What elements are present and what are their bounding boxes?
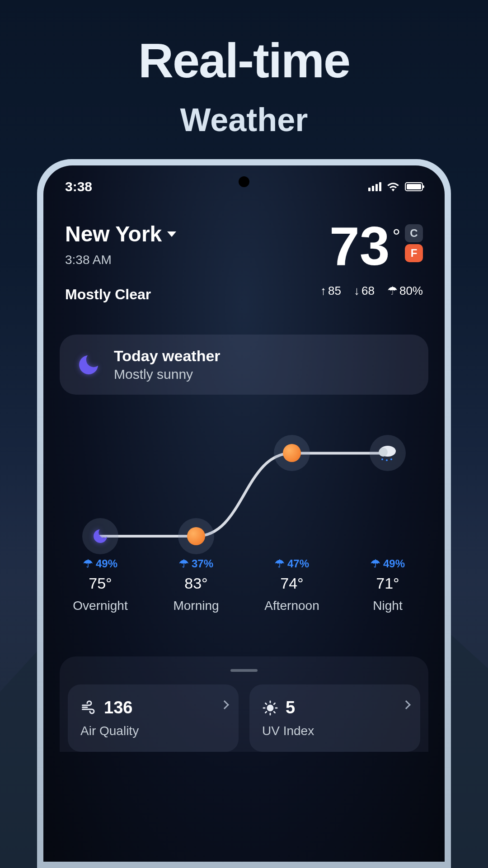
bottom-panel[interactable]: 136 Air Quality 5 UV Index xyxy=(60,656,428,752)
svg-point-3 xyxy=(386,459,388,461)
status-time: 3:38 xyxy=(65,179,92,194)
location-time: 3:38 AM xyxy=(65,253,176,267)
hourly-column[interactable]: 47%74°Afternoon xyxy=(244,557,340,613)
signal-icon xyxy=(368,182,381,191)
celsius-button[interactable]: C xyxy=(405,224,423,242)
hourly-column[interactable]: 49%75°Overnight xyxy=(52,557,148,613)
uv-index-value: 5 xyxy=(286,698,295,717)
hourly-label: Afternoon xyxy=(244,599,340,613)
hourly-precip: 37% xyxy=(148,557,244,570)
location-name: New York xyxy=(65,222,162,246)
fahrenheit-button[interactable]: F xyxy=(405,244,423,262)
hourly-precip: 49% xyxy=(340,557,436,570)
forecast-point xyxy=(82,518,118,554)
chevron-down-icon xyxy=(167,231,176,237)
promo-headline: Real-time Weather xyxy=(0,0,488,138)
temperature-block: 73 ° C F 85 68 80% xyxy=(320,222,423,303)
hourly-temp: 75° xyxy=(52,575,148,592)
umbrella-icon xyxy=(275,557,285,570)
moon-icon xyxy=(76,352,101,377)
unit-toggle: C F xyxy=(405,224,423,262)
status-icons xyxy=(368,182,423,192)
air-quality-tile[interactable]: 136 Air Quality xyxy=(68,684,239,752)
hourly-label: Morning xyxy=(148,599,244,613)
hourly-column[interactable]: 49%71°Night xyxy=(340,557,436,613)
today-desc: Mostly sunny xyxy=(114,367,221,382)
precip-chance: 80% xyxy=(387,284,423,298)
hourly-forecast[interactable]: 49%75°Overnight37%83°Morning47%74°Aftern… xyxy=(52,426,436,613)
forecast-point xyxy=(178,518,214,554)
phone-frame: 3:38 New York 3:38 AM Mostly xyxy=(37,159,451,868)
umbrella-icon xyxy=(371,557,380,570)
forecast-point xyxy=(274,435,310,471)
sun-icon xyxy=(262,700,278,716)
hourly-precip: 49% xyxy=(52,557,148,570)
chevron-right-icon xyxy=(403,702,409,710)
hourly-label: Night xyxy=(340,599,436,613)
today-title: Today weather xyxy=(114,347,221,365)
air-quality-label: Air Quality xyxy=(80,724,226,738)
drag-handle[interactable] xyxy=(230,669,258,672)
weather-header: New York 3:38 AM Mostly Clear 73 ° C F 8… xyxy=(43,194,445,303)
svg-point-5 xyxy=(267,705,273,711)
degree-symbol: ° xyxy=(392,225,400,248)
low-temp: 68 xyxy=(354,284,375,298)
hourly-precip: 47% xyxy=(244,557,340,570)
umbrella-icon xyxy=(387,284,398,298)
uv-index-label: UV Index xyxy=(262,724,408,738)
arrow-down-icon xyxy=(354,284,360,298)
wifi-icon xyxy=(387,182,399,192)
svg-point-2 xyxy=(381,458,383,460)
umbrella-icon xyxy=(83,557,93,570)
air-quality-value: 136 xyxy=(104,698,132,717)
location-selector[interactable]: New York xyxy=(65,222,176,246)
headline-main: Real-time xyxy=(0,36,488,85)
hourly-column[interactable]: 37%83°Morning xyxy=(148,557,244,613)
headline-sub: Weather xyxy=(0,101,488,138)
uv-index-tile[interactable]: 5 UV Index xyxy=(249,684,420,752)
umbrella-icon xyxy=(179,557,189,570)
today-weather-card[interactable]: Today weather Mostly sunny xyxy=(60,335,428,395)
hourly-label: Overnight xyxy=(52,599,148,613)
hourly-temp: 74° xyxy=(244,575,340,592)
hourly-temp: 83° xyxy=(148,575,244,592)
location-block: New York 3:38 AM Mostly Clear xyxy=(65,222,176,303)
hourly-temp: 71° xyxy=(340,575,436,592)
svg-point-1 xyxy=(379,448,388,457)
chevron-right-icon xyxy=(221,702,228,710)
wind-icon xyxy=(80,700,97,716)
forecast-point xyxy=(370,435,406,471)
arrow-up-icon xyxy=(320,284,326,298)
svg-point-4 xyxy=(390,458,392,460)
high-temp: 85 xyxy=(320,284,341,298)
forecast-curve xyxy=(52,426,436,548)
phone-screen: 3:38 New York 3:38 AM Mostly xyxy=(43,165,445,862)
battery-icon xyxy=(405,182,423,191)
phone-camera-notch xyxy=(239,176,249,187)
temperature-stats: 85 68 80% xyxy=(320,284,423,298)
condition-text: Mostly Clear xyxy=(65,286,176,303)
temperature-value: 73 xyxy=(329,222,389,270)
